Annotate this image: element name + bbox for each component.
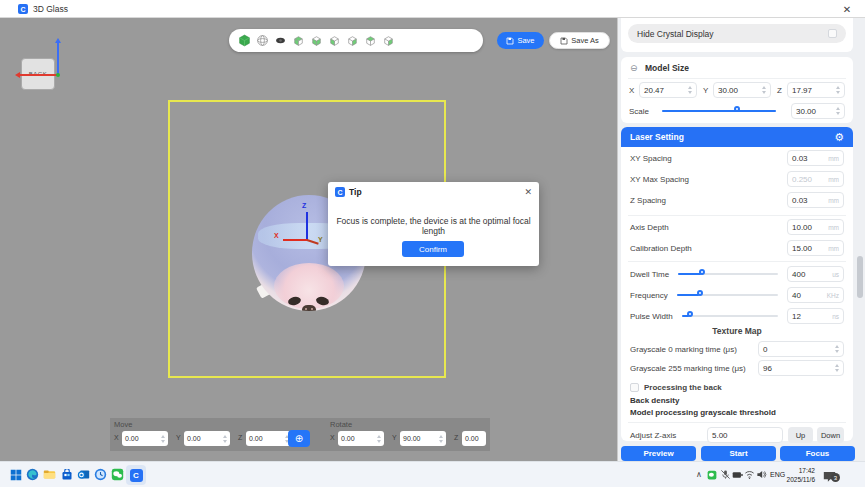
view-top-icon[interactable] bbox=[363, 34, 377, 48]
calibration-depth-input[interactable]: 15.00mm bbox=[787, 240, 844, 256]
outlook-icon[interactable] bbox=[76, 467, 91, 482]
gizmo-y-label: Y bbox=[318, 236, 323, 243]
save-button[interactable]: Save bbox=[497, 32, 544, 49]
clock-app-icon[interactable] bbox=[93, 467, 108, 482]
axis-depth-input[interactable]: 10.00mm bbox=[787, 219, 844, 235]
tray-time: 17:42 bbox=[783, 466, 815, 475]
view-right-icon[interactable] bbox=[345, 34, 359, 48]
scale-label: Scale bbox=[629, 107, 649, 116]
move-x-label: X bbox=[114, 434, 119, 441]
move-z-input[interactable]: 0.00 bbox=[246, 431, 292, 446]
start-button[interactable]: Start bbox=[701, 446, 776, 461]
tray-mic-muted-icon[interactable] bbox=[719, 469, 731, 480]
grayscale0-row: Grayscale 0 marking time (μs) 0 bbox=[630, 341, 844, 357]
file-explorer-icon[interactable] bbox=[42, 467, 57, 482]
wechat-icon[interactable] bbox=[110, 467, 125, 482]
pulse-width-slider[interactable] bbox=[682, 315, 778, 317]
z-spacing-input[interactable]: 0.03mm bbox=[787, 192, 844, 208]
processing-back-checkbox[interactable] bbox=[630, 383, 639, 392]
windows-taskbar: C ∧ ENG 17:42 2025/11/6 3 bbox=[0, 461, 865, 487]
rotate-y-input[interactable]: 90.00 bbox=[400, 431, 446, 446]
processing-back-row[interactable]: Processing the back bbox=[630, 379, 844, 395]
move-x-input[interactable]: 0.00 bbox=[122, 431, 168, 446]
divider bbox=[628, 215, 846, 216]
panel-scrollbar[interactable] bbox=[857, 256, 863, 298]
dwell-time-row: Dwell Time 400us bbox=[630, 266, 844, 282]
notification-badge: 3 bbox=[831, 473, 840, 482]
z-down-button[interactable]: Down bbox=[817, 427, 844, 443]
size-z-input[interactable]: 17.97 bbox=[787, 82, 845, 98]
laser-setting-card: Laser Setting ⚙ XY Spacing 0.03mm XY Max… bbox=[621, 127, 853, 441]
adjust-z-input[interactable]: 5.00 bbox=[707, 427, 783, 443]
tray-clock[interactable]: 17:42 2025/11/6 bbox=[783, 466, 815, 484]
tray-wifi-icon[interactable] bbox=[744, 469, 755, 480]
gizmo-x-axis bbox=[283, 239, 308, 241]
center-locate-button[interactable]: ⊕ bbox=[288, 430, 310, 447]
frequency-slider[interactable] bbox=[677, 294, 778, 296]
view-bottom-icon[interactable] bbox=[381, 34, 395, 48]
frequency-slider-thumb[interactable] bbox=[697, 290, 703, 296]
move-y-input[interactable]: 0.00 bbox=[184, 431, 230, 446]
start-button-icon[interactable] bbox=[8, 467, 23, 482]
tip-dialog-title: Tip bbox=[349, 187, 362, 197]
tip-dialog-close-icon[interactable]: ✕ bbox=[524, 187, 532, 197]
hide-crystal-display-checkbox[interactable] bbox=[828, 29, 837, 38]
view-back-icon[interactable] bbox=[309, 34, 323, 48]
tray-wechat-icon[interactable] bbox=[706, 469, 717, 480]
scale-slider[interactable] bbox=[653, 103, 785, 119]
frequency-row: Frequency 40KHz bbox=[630, 287, 844, 303]
move-label: Move bbox=[114, 420, 132, 429]
focus-button[interactable]: Focus bbox=[780, 446, 855, 461]
microsoft-store-icon[interactable] bbox=[59, 467, 74, 482]
laser-setting-header: Laser Setting ⚙ bbox=[621, 127, 853, 147]
viewcube-z-axis bbox=[57, 42, 59, 75]
scale-slider-thumb[interactable] bbox=[734, 106, 740, 112]
view-left-icon[interactable] bbox=[327, 34, 341, 48]
tip-dialog-header: C Tip ✕ bbox=[328, 182, 539, 202]
preview-button[interactable]: Preview bbox=[621, 446, 696, 461]
dwell-time-slider[interactable] bbox=[678, 273, 778, 275]
rotate-z-input[interactable]: 0.00 bbox=[462, 431, 486, 446]
pulse-width-slider-thumb[interactable] bbox=[687, 311, 693, 317]
divider bbox=[628, 422, 846, 423]
dwell-time-slider-thumb[interactable] bbox=[699, 269, 705, 275]
scale-value-input[interactable]: 30.00 bbox=[791, 103, 845, 119]
rotate-x-label: X bbox=[330, 434, 335, 441]
grayscale255-row: Grayscale 255 marking time (μs) 96 bbox=[630, 360, 844, 376]
move-y-label: Y bbox=[176, 434, 181, 441]
collapse-icon[interactable]: ⊖ bbox=[630, 63, 638, 73]
back-density-label[interactable]: Back density bbox=[630, 396, 679, 405]
gizmo-x-label: X bbox=[274, 232, 279, 239]
viewcube-origin-dot bbox=[56, 73, 60, 77]
pulse-width-input[interactable]: 12ns bbox=[787, 308, 844, 324]
view-front-icon[interactable] bbox=[291, 34, 305, 48]
size-z-label: Z bbox=[777, 86, 782, 95]
perspective-eye-icon[interactable] bbox=[273, 34, 287, 48]
xy-spacing-input[interactable]: 0.03mm bbox=[787, 150, 844, 166]
save-as-button[interactable]: Save As bbox=[549, 32, 610, 49]
title-bar: C 3D Glass ✕ bbox=[0, 0, 865, 18]
confirm-button[interactable]: Confirm bbox=[402, 241, 464, 257]
active-app-3dglass[interactable]: C bbox=[126, 465, 146, 485]
grayscale255-input[interactable]: 96 bbox=[758, 360, 844, 376]
edge-browser-icon[interactable] bbox=[25, 467, 40, 482]
frequency-input[interactable]: 40KHz bbox=[787, 287, 844, 303]
rotate-x-input[interactable]: 0.00 bbox=[338, 431, 384, 446]
dwell-time-input[interactable]: 400us bbox=[787, 266, 844, 282]
size-x-input[interactable]: 20.47 bbox=[639, 82, 697, 98]
window-close-icon[interactable]: ✕ bbox=[840, 2, 854, 16]
view-toolbar bbox=[229, 29, 483, 52]
grayscale-threshold-label[interactable]: Model processing grayscale threshold bbox=[630, 408, 776, 417]
solid-view-icon[interactable] bbox=[237, 34, 251, 48]
wireframe-view-icon[interactable] bbox=[255, 34, 269, 48]
gear-icon[interactable]: ⚙ bbox=[834, 131, 844, 144]
3dglass-app-icon: C bbox=[130, 469, 143, 482]
z-up-button[interactable]: Up bbox=[788, 427, 813, 443]
size-y-input[interactable]: 30.00 bbox=[713, 82, 771, 98]
tray-battery-icon[interactable] bbox=[732, 470, 743, 479]
grayscale0-input[interactable]: 0 bbox=[758, 341, 844, 357]
tray-speaker-icon[interactable] bbox=[756, 469, 767, 480]
tray-chevron-icon[interactable]: ∧ bbox=[696, 470, 702, 479]
hide-crystal-display-row[interactable]: Hide Crystal Display bbox=[628, 24, 846, 43]
viewcube-x-axis bbox=[20, 74, 58, 76]
